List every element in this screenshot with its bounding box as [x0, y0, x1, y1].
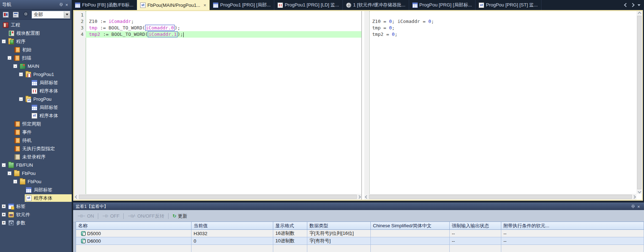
hscrollbar-thumb[interactable] [79, 195, 357, 199]
column-header-4[interactable]: 数据类型 [307, 222, 371, 230]
tree-item-程序[interactable]: -程序 [0, 37, 72, 46]
tab-close-icon[interactable]: × [203, 3, 206, 8]
cell-chinese_simplified[interactable] [371, 230, 450, 237]
code-line-text[interactable]: Z10 := iComaddr; [86, 18, 361, 25]
tree-item-body[interactable]: FbPou [19, 178, 72, 185]
tree-item-body[interactable]: 程序本体 [30, 112, 72, 119]
column-header-6[interactable]: 强制输入输出状态 [450, 222, 501, 230]
st-monitor-pane[interactable]: Z10 = 0; iComaddr = 0;tmp = 0;tmp2 = 0; [364, 11, 636, 200]
tree-item-body[interactable]: 初始 [13, 46, 72, 53]
tab-4[interactable]: ProgPou1 [PRG] [LD] 监... [274, 0, 343, 10]
cell-forced_io_state[interactable]: -- [450, 237, 501, 245]
tab-6[interactable]: ProgPou [PRG] [局部标... [409, 0, 476, 10]
tree-item-body[interactable]: 事件 [13, 128, 72, 136]
tree-item-body[interactable]: 恒定周期 [13, 120, 72, 128]
cell-display_format[interactable]: 16进制数 [273, 230, 307, 237]
collapse-tree-button[interactable] [11, 10, 20, 19]
tree-collapse-icon[interactable]: - [2, 39, 6, 43]
tree-item-body[interactable]: 未登录程序 [13, 153, 72, 161]
column-header-2[interactable]: 当前值 [191, 222, 273, 230]
cell-current_value[interactable]: 0 [191, 237, 273, 245]
tree-expand-icon[interactable]: + [2, 221, 6, 225]
tree-item-模块配置图[interactable]: 模块配置图 [0, 29, 72, 37]
code-line-text[interactable] [86, 12, 361, 18]
scroll-left-icon[interactable] [365, 195, 369, 199]
scroll-right-icon[interactable] [357, 195, 361, 199]
cell-current_value[interactable]: H3032 [191, 230, 273, 237]
tree-item-body[interactable]: 无执行类型指定 [13, 145, 72, 152]
tree-item-body[interactable]: MAIN [19, 62, 72, 70]
tree-collapse-icon[interactable]: - [19, 72, 23, 76]
tree-collapse-icon[interactable]: - [8, 56, 11, 60]
tree-item-程序本体[interactable]: 程序本体 [0, 87, 72, 95]
st-code-pane[interactable]: 12Z10 := iComaddr;3tmp := BOOL_TO_WORD(i… [74, 11, 361, 200]
cell-display_format[interactable]: 10进制数 [273, 237, 307, 245]
close-icon[interactable]: × [636, 204, 641, 209]
tree-item-参数[interactable]: +参数 [0, 219, 72, 227]
tree-item-body[interactable]: 程序本体 [30, 87, 72, 95]
tree-item-程序本体[interactable]: 程序本体 [0, 194, 72, 202]
tab-2[interactable]: FbPou(MAIN/ProgPou1...× [137, 0, 210, 10]
tree-item-body[interactable]: 标签 [7, 203, 72, 210]
close-icon[interactable]: × [64, 2, 70, 8]
tree-item-body[interactable]: FbPou [13, 170, 72, 177]
tree-item-程序本体[interactable]: 程序本体 [0, 111, 72, 120]
tree-item-待机[interactable]: 待机 [0, 136, 72, 144]
tree-item-ProgPou[interactable]: -ProgPou [0, 95, 72, 103]
pin-icon[interactable] [630, 204, 636, 209]
tree-item-body[interactable]: 局部标签 [30, 79, 72, 86]
tree-item-FbPou[interactable]: -FbPou [0, 169, 72, 177]
tree-item-初始[interactable]: 初始 [0, 46, 72, 54]
scroll-down-icon[interactable] [638, 190, 641, 194]
tree-item-body[interactable]: 程序本体 [25, 194, 72, 202]
tab-list-dropdown-icon[interactable] [638, 4, 640, 6]
tree-collapse-icon[interactable]: - [19, 97, 23, 101]
tree-item-局部标签[interactable]: 局部标签 [0, 186, 72, 194]
monitor-pane-hscrollbar[interactable] [364, 194, 636, 200]
tree-expand-icon[interactable]: + [2, 213, 6, 217]
tree-item-body[interactable]: 局部标签 [25, 186, 72, 194]
tree-item-扫描[interactable]: -扫描 [0, 54, 72, 62]
tree-item-ProgPou1[interactable]: -ProgPou1 [0, 70, 72, 79]
tree-collapse-icon[interactable]: - [13, 64, 17, 68]
column-header-1[interactable]: 名称 [76, 222, 191, 230]
tree-item-body[interactable]: 扫描 [13, 54, 72, 62]
tab-1[interactable]: FbPou [FB] [函数/FB标... [72, 0, 137, 10]
pin-icon[interactable] [58, 2, 64, 8]
tree-item-body[interactable]: ProgPou1 [24, 71, 72, 78]
watch-off-button[interactable]: ⊣⊦OFF [100, 212, 122, 220]
tree-expand-icon[interactable]: + [2, 204, 6, 208]
tree-item-body[interactable]: ProgPou [24, 95, 72, 103]
tree-collapse-icon[interactable]: - [13, 180, 17, 184]
column-header-5[interactable]: Chinese Simplified/简体中文 [371, 222, 450, 230]
scroll-up-icon[interactable] [638, 12, 641, 15]
tree-item-软元件[interactable]: +软元件 [0, 210, 72, 219]
tree-item-body[interactable]: FB/FUN [7, 161, 72, 169]
cell-forced_io_state[interactable]: -- [450, 230, 501, 237]
cell-data_type[interactable]: 字[无符号]/位列[16位] [307, 230, 371, 237]
tab-7[interactable]: ProgPou [PRG] [ST] 监... [475, 0, 541, 10]
code-pane-hscrollbar[interactable] [74, 194, 361, 200]
table-row[interactable]: D5000H303216进制数字[无符号]/位列[16位]---- [76, 230, 644, 237]
code-line-text[interactable]: tmp2 := BOOL_TO_WORD(iComaddr.1); [86, 31, 361, 38]
tree-item-局部标签[interactable]: 局部标签 [0, 79, 72, 87]
cell-exec_condition_device[interactable]: -- [501, 230, 644, 237]
tree-item-未登录程序[interactable]: 未登录程序 [0, 153, 72, 161]
tree-item-body[interactable]: 程序 [7, 38, 72, 45]
cell-exec_condition_device[interactable]: -- [501, 237, 644, 245]
settings-button[interactable] [22, 10, 30, 19]
cell-name[interactable]: D5000 [76, 230, 191, 237]
tree-item-恒定周期[interactable]: 恒定周期 [0, 120, 72, 128]
tree-collapse-icon[interactable]: - [2, 163, 6, 167]
tab-3[interactable]: ProgPou1 [PRG] [局部... [210, 0, 274, 10]
tree-item-局部标签[interactable]: 局部标签 [0, 103, 72, 111]
tree-item-body[interactable]: 待机 [13, 137, 72, 144]
code-line-text[interactable]: tmp := BOOL_TO_WORD(iComaddr.0); [86, 25, 361, 31]
tree-collapse-icon[interactable]: - [8, 171, 11, 175]
tab-scroll-left-icon[interactable] [624, 3, 628, 7]
column-header-7[interactable]: 附带执行条件的软元... [501, 222, 644, 230]
tree-item-MAIN[interactable]: -MAIN [0, 62, 72, 70]
watch-on-button[interactable]: ⊣⊢ON [75, 212, 96, 220]
tree-item-工程[interactable]: 工程 [0, 21, 72, 29]
show-target-button[interactable] [1, 10, 10, 19]
